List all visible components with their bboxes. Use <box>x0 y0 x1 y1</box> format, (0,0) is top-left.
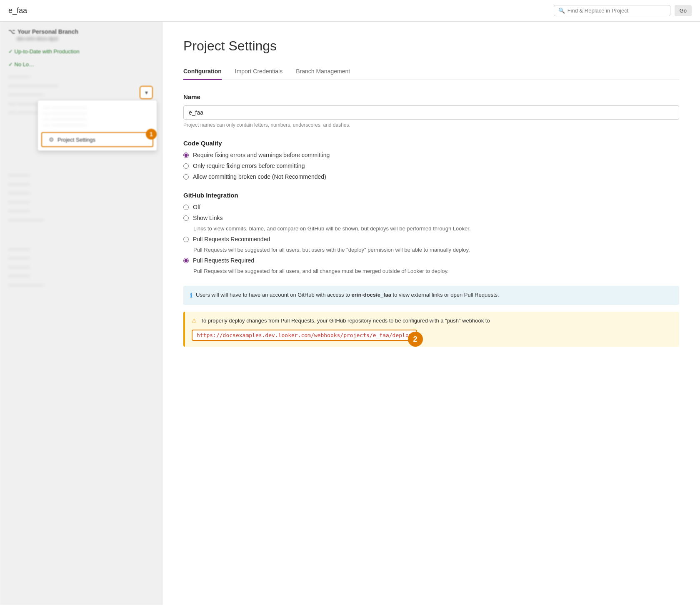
github-label-off: Off <box>193 204 200 210</box>
github-integration-section: GitHub Integration Off Show Links Links … <box>183 192 679 274</box>
info-box-text: Users will will have to have an account … <box>196 292 499 299</box>
dropdown-blurred-items: ── ────────── ── ────────── ── ─────────… <box>38 102 157 130</box>
github-radio-pr-recommended[interactable] <box>183 237 189 242</box>
badge-2: 2 <box>408 332 423 347</box>
github-radio-off[interactable] <box>183 205 189 210</box>
webhook-container: https://docsexamples.dev.looker.com/webh… <box>192 327 417 341</box>
project-settings-label: Project Settings <box>58 137 95 143</box>
project-settings-menu-item[interactable]: ⚙ Project Settings 1 <box>41 132 153 147</box>
warn-icon: ⚠ <box>192 318 197 324</box>
github-option-pr-required: Pull Requests Required <box>183 257 679 264</box>
name-label: Name <box>183 93 679 100</box>
name-input[interactable] <box>183 105 679 120</box>
info-icon: ℹ <box>190 292 192 299</box>
code-quality-label: Code Quality <box>183 140 679 147</box>
code-quality-option-1: Require fixing errors and warnings befor… <box>183 152 679 158</box>
github-option-off: Off <box>183 204 679 210</box>
tabs: Configuration Import Credentials Branch … <box>183 64 679 80</box>
github-desc-pr-required: Pull Requests will be suggested for all … <box>193 268 679 274</box>
github-option-pr-recommended: Pull Requests Recommended <box>183 236 679 242</box>
warn-box: ⚠ To properly deploy changes from Pull R… <box>183 312 679 347</box>
tab-import-credentials[interactable]: Import Credentials <box>235 64 282 80</box>
code-quality-radio-3[interactable] <box>183 174 189 180</box>
webhook-url[interactable]: https://docsexamples.dev.looker.com/webh… <box>192 330 417 341</box>
status-no-locks: ✓ No Lo… <box>0 58 162 71</box>
branch-icon: ⌥ <box>8 28 15 35</box>
code-quality-label-2: Only require fixing errors before commit… <box>193 162 305 169</box>
github-desc-show-links: Links to view commits, blame, and compar… <box>193 225 679 232</box>
github-radio-pr-required[interactable] <box>183 258 189 263</box>
code-quality-radio-2[interactable] <box>183 163 189 169</box>
go-button[interactable]: Go <box>675 5 692 16</box>
branch-name: dev-erin-docs-dpzt <box>8 36 154 42</box>
sidebar-blurred-items-2: ────── ────── ────── ────── ────── ─────… <box>0 169 162 227</box>
sidebar-header: ⌥ Your Personal Branch dev-erin-docs-dpz… <box>0 22 162 45</box>
sidebar-spacer-2 <box>0 227 162 243</box>
code-quality-label-3: Allow committing broken code (Not Recomm… <box>193 173 326 180</box>
github-label-pr-recommended: Pull Requests Recommended <box>193 236 270 242</box>
badge-1: 1 <box>146 129 157 140</box>
sidebar: ⌥ Your Personal Branch dev-erin-docs-dpz… <box>0 22 162 605</box>
github-label-pr-required: Pull Requests Required <box>193 257 254 264</box>
dropdown-menu: ── ────────── ── ────────── ── ─────────… <box>38 100 157 151</box>
name-section: Name Project names can only contain lett… <box>183 93 679 128</box>
layout: ⌥ Your Personal Branch dev-erin-docs-dpz… <box>0 22 700 605</box>
github-label-show-links: Show Links <box>193 215 223 221</box>
tab-branch-management[interactable]: Branch Management <box>296 64 350 80</box>
code-quality-label-1: Require fixing errors and warnings befor… <box>193 152 330 158</box>
code-quality-option-2: Only require fixing errors before commit… <box>183 162 679 169</box>
topbar: e_faa 🔍 Go <box>0 0 700 22</box>
code-quality-section: Code Quality Require fixing errors and w… <box>183 140 679 180</box>
search-bar[interactable]: 🔍 <box>554 5 670 16</box>
topbar-right: 🔍 Go <box>554 5 692 16</box>
github-integration-label: GitHub Integration <box>183 192 679 199</box>
info-box: ℹ Users will will have to have an accoun… <box>183 286 679 305</box>
main-content: Project Settings Configuration Import Cr… <box>162 22 700 605</box>
tab-configuration[interactable]: Configuration <box>183 64 222 80</box>
dropdown-toggle-button[interactable] <box>140 86 153 99</box>
github-desc-pr-recommended: Pull Requests will be suggested for all … <box>193 247 679 253</box>
github-option-show-links: Show Links <box>183 215 679 221</box>
gear-icon: ⚙ <box>49 136 54 143</box>
code-quality-radio-1[interactable] <box>183 152 189 158</box>
search-input[interactable] <box>568 8 666 14</box>
name-hint: Project names can only contain letters, … <box>183 122 679 128</box>
status-up-to-date: ✓ Up-to-Date with Production <box>0 45 162 58</box>
page-title: Project Settings <box>183 38 679 54</box>
app-title: e_faa <box>8 6 27 15</box>
sidebar-blurred-items-3: ────── ────── ────── ────── ────────── <box>0 243 162 292</box>
branch-title: ⌥ Your Personal Branch <box>8 28 154 35</box>
code-quality-option-3: Allow committing broken code (Not Recomm… <box>183 173 679 180</box>
warn-box-text: ⚠ To properly deploy changes from Pull R… <box>192 318 672 324</box>
search-icon: 🔍 <box>558 8 565 14</box>
github-radio-show-links[interactable] <box>183 215 189 221</box>
